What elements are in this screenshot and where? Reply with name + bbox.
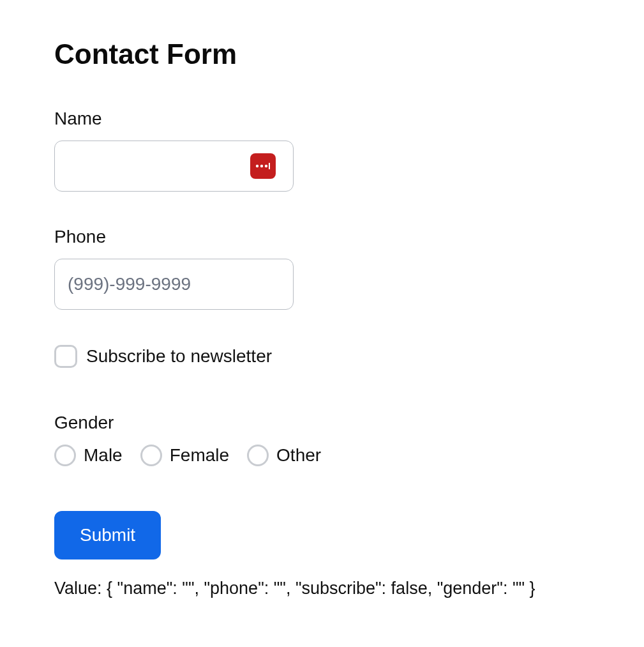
gender-option-female: Female bbox=[140, 445, 229, 466]
gender-radio-label: Other bbox=[276, 445, 321, 466]
svg-point-2 bbox=[265, 165, 267, 167]
gender-options: Male Female Other bbox=[54, 445, 590, 466]
phone-input-wrap bbox=[54, 259, 294, 310]
password-manager-icon[interactable] bbox=[250, 153, 276, 179]
page-title: Contact Form bbox=[54, 38, 590, 70]
gender-radio-label: Female bbox=[170, 445, 229, 466]
svg-point-0 bbox=[256, 165, 258, 167]
phone-label: Phone bbox=[54, 227, 590, 247]
gender-radio-other[interactable] bbox=[247, 445, 269, 466]
svg-rect-3 bbox=[269, 163, 270, 169]
name-field: Name bbox=[54, 109, 590, 192]
gender-option-male: Male bbox=[54, 445, 123, 466]
name-label: Name bbox=[54, 109, 590, 129]
gender-radio-label: Male bbox=[84, 445, 123, 466]
value-dump-prefix: Value: bbox=[54, 579, 107, 598]
gender-radio-female[interactable] bbox=[140, 445, 162, 466]
value-dump: Value: { "name": "", "phone": "", "subsc… bbox=[54, 579, 590, 598]
phone-field: Phone bbox=[54, 227, 590, 310]
value-dump-text: { "name": "", "phone": "", "subscribe": … bbox=[107, 579, 535, 598]
phone-input[interactable] bbox=[54, 259, 294, 310]
svg-point-1 bbox=[260, 165, 263, 167]
gender-field: Gender Male Female Other bbox=[54, 413, 590, 466]
gender-label: Gender bbox=[54, 413, 590, 433]
gender-option-other: Other bbox=[247, 445, 321, 466]
subscribe-label: Subscribe to newsletter bbox=[86, 346, 272, 367]
subscribe-field: Subscribe to newsletter bbox=[54, 345, 590, 368]
subscribe-checkbox[interactable] bbox=[54, 345, 77, 368]
gender-radio-male[interactable] bbox=[54, 445, 76, 466]
submit-button[interactable]: Submit bbox=[54, 511, 161, 559]
name-input-wrap bbox=[54, 141, 294, 192]
